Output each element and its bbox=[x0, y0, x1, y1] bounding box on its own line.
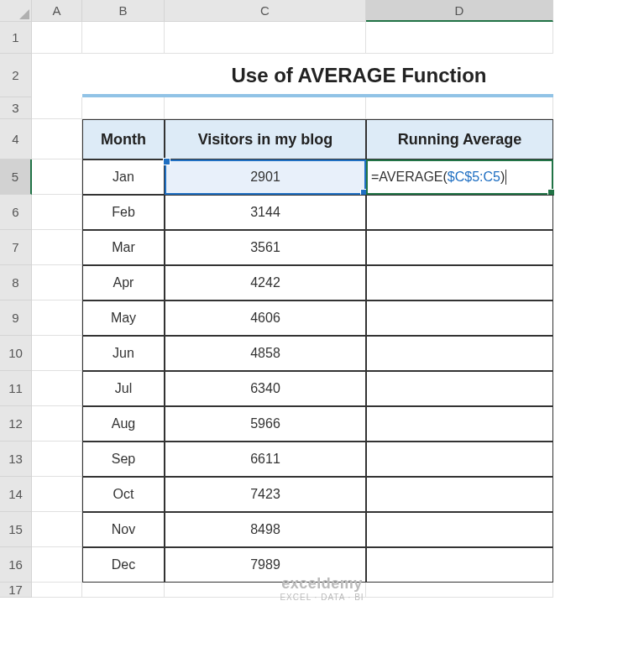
cell-visitors-may[interactable]: 4606 bbox=[165, 300, 366, 336]
row-header-8[interactable]: 8 bbox=[0, 265, 32, 300]
spreadsheet-grid: A B C D 1 2 Use of AVERAGE Function 3 4 … bbox=[0, 0, 644, 598]
row-header-1[interactable]: 1 bbox=[0, 22, 32, 54]
cell-c3[interactable] bbox=[165, 97, 366, 119]
row-header-17[interactable]: 17 bbox=[0, 583, 32, 598]
cell-a7[interactable] bbox=[32, 230, 82, 265]
cell-formula-d5[interactable]: =AVERAGE($C$5:C5) bbox=[366, 159, 553, 195]
cell-month-mar[interactable]: Mar bbox=[82, 230, 165, 265]
cell-b17[interactable] bbox=[82, 583, 165, 598]
cell-a13[interactable] bbox=[32, 442, 82, 477]
cell-d3[interactable] bbox=[366, 97, 553, 119]
row-header-16[interactable]: 16 bbox=[0, 547, 32, 583]
cell-d13[interactable] bbox=[366, 442, 553, 477]
row-header-12[interactable]: 12 bbox=[0, 406, 32, 442]
row-header-5[interactable]: 5 bbox=[0, 159, 32, 195]
cell-visitors-jan[interactable]: 2901 bbox=[165, 159, 366, 195]
cell-visitors-mar[interactable]: 3561 bbox=[165, 230, 366, 265]
cell-d12[interactable] bbox=[366, 406, 553, 442]
row-header-7[interactable]: 7 bbox=[0, 230, 32, 265]
cell-month-apr[interactable]: Apr bbox=[82, 265, 165, 300]
formula-ref: $C$5:C5 bbox=[448, 170, 500, 185]
cell-d9[interactable] bbox=[366, 300, 553, 336]
col-header-c[interactable]: C bbox=[165, 0, 366, 22]
cell-d14[interactable] bbox=[366, 477, 553, 512]
cell-a14[interactable] bbox=[32, 477, 82, 512]
cell-d1[interactable] bbox=[366, 22, 553, 54]
cell-a8[interactable] bbox=[32, 265, 82, 300]
cell-a3[interactable] bbox=[32, 97, 82, 119]
cell-visitors-aug[interactable]: 5966 bbox=[165, 406, 366, 442]
formula-prefix: =AVERAGE( bbox=[371, 170, 448, 185]
cell-d10[interactable] bbox=[366, 336, 553, 371]
title-text: Use of AVERAGE Function bbox=[231, 64, 486, 87]
row-header-10[interactable]: 10 bbox=[0, 336, 32, 371]
header-visitors[interactable]: Visitors in my blog bbox=[165, 119, 366, 159]
row-header-11[interactable]: 11 bbox=[0, 371, 32, 406]
cell-a5[interactable] bbox=[32, 159, 82, 195]
cell-d11[interactable] bbox=[366, 371, 553, 406]
cell-a9[interactable] bbox=[32, 300, 82, 336]
cell-d17[interactable] bbox=[366, 583, 553, 598]
cell-month-may[interactable]: May bbox=[82, 300, 165, 336]
cell-a2[interactable] bbox=[32, 54, 82, 97]
cell-d8[interactable] bbox=[366, 265, 553, 300]
select-all-corner[interactable] bbox=[0, 0, 32, 22]
cell-visitors-jun[interactable]: 4858 bbox=[165, 336, 366, 371]
row-header-4[interactable]: 4 bbox=[0, 119, 32, 159]
cell-b2[interactable] bbox=[82, 54, 165, 97]
header-month[interactable]: Month bbox=[82, 119, 165, 159]
row-header-15[interactable]: 15 bbox=[0, 512, 32, 547]
col-header-d[interactable]: D bbox=[366, 0, 553, 22]
row-header-2[interactable]: 2 bbox=[0, 54, 32, 97]
cell-a15[interactable] bbox=[32, 512, 82, 547]
cell-visitors-apr[interactable]: 4242 bbox=[165, 265, 366, 300]
cell-visitors-sep[interactable]: 6611 bbox=[165, 442, 366, 477]
col-header-a[interactable]: A bbox=[32, 0, 82, 22]
cell-visitors-oct[interactable]: 7423 bbox=[165, 477, 366, 512]
header-running[interactable]: Running Average bbox=[366, 119, 553, 159]
row-header-9[interactable]: 9 bbox=[0, 300, 32, 336]
col-header-b[interactable]: B bbox=[82, 0, 165, 22]
cell-month-nov[interactable]: Nov bbox=[82, 512, 165, 547]
cell-a12[interactable] bbox=[32, 406, 82, 442]
cell-a16[interactable] bbox=[32, 547, 82, 583]
cell-month-aug[interactable]: Aug bbox=[82, 406, 165, 442]
row-header-3[interactable]: 3 bbox=[0, 97, 32, 119]
cell-b1[interactable] bbox=[82, 22, 165, 54]
cell-d6[interactable] bbox=[366, 195, 553, 230]
cell-b3[interactable] bbox=[82, 97, 165, 119]
cell-c1[interactable] bbox=[165, 22, 366, 54]
cell-d7[interactable] bbox=[366, 230, 553, 265]
cell-visitors-dec[interactable]: 7989 bbox=[165, 547, 366, 583]
cell-month-jan[interactable]: Jan bbox=[82, 159, 165, 195]
cell-a4[interactable] bbox=[32, 119, 82, 159]
formula-suffix: ) bbox=[500, 170, 505, 185]
cell-month-jun[interactable]: Jun bbox=[82, 336, 165, 371]
cell-month-oct[interactable]: Oct bbox=[82, 477, 165, 512]
cell-a1[interactable] bbox=[32, 22, 82, 54]
cell-visitors-jul[interactable]: 6340 bbox=[165, 371, 366, 406]
cell-a11[interactable] bbox=[32, 371, 82, 406]
cell-visitors-nov[interactable]: 8498 bbox=[165, 512, 366, 547]
cell-month-dec[interactable]: Dec bbox=[82, 547, 165, 583]
cell-month-feb[interactable]: Feb bbox=[82, 195, 165, 230]
cell-d15[interactable] bbox=[366, 512, 553, 547]
cell-a10[interactable] bbox=[32, 336, 82, 371]
row-header-6[interactable]: 6 bbox=[0, 195, 32, 230]
cell-a6[interactable] bbox=[32, 195, 82, 230]
cell-a17[interactable] bbox=[32, 583, 82, 598]
cell-c17[interactable] bbox=[165, 583, 366, 598]
row-header-13[interactable]: 13 bbox=[0, 442, 32, 477]
page-title: Use of AVERAGE Function bbox=[165, 54, 553, 97]
text-cursor bbox=[505, 170, 506, 185]
cell-visitors-feb[interactable]: 3144 bbox=[165, 195, 366, 230]
row-header-14[interactable]: 14 bbox=[0, 477, 32, 512]
cell-d16[interactable] bbox=[366, 547, 553, 583]
cell-month-jul[interactable]: Jul bbox=[82, 371, 165, 406]
cell-month-sep[interactable]: Sep bbox=[82, 442, 165, 477]
